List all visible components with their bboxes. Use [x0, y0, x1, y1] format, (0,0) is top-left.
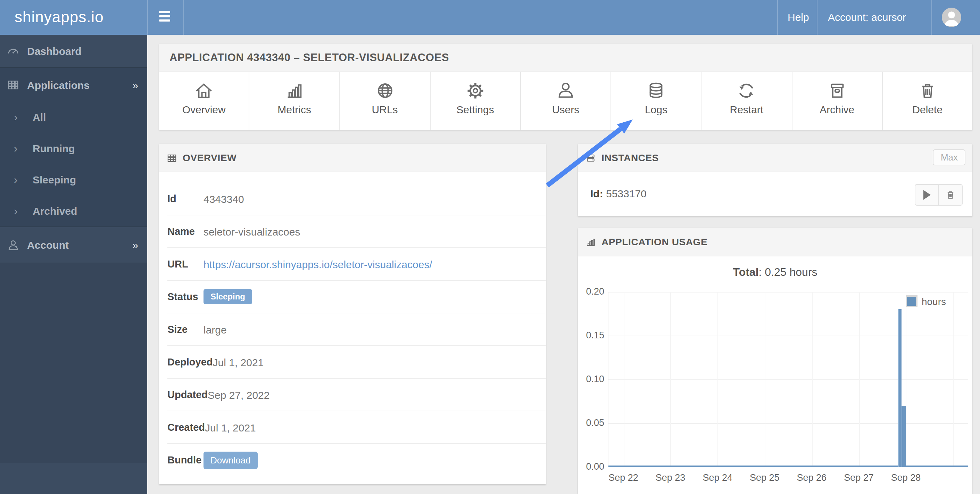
- sidebar-subitem-label: Archived: [33, 205, 77, 217]
- sidebar-item-archived[interactable]: › Archived: [0, 195, 147, 226]
- overview-value: Sep 27, 2022: [208, 389, 270, 400]
- overview-label: Bundle: [167, 454, 204, 465]
- y-axis-tick-label: 0.00: [576, 461, 604, 472]
- person-icon: [6, 238, 20, 252]
- toolbar-item-urls[interactable]: URLs: [340, 72, 430, 130]
- sidebar-subitem-label: All: [33, 111, 46, 123]
- gridline-v: [859, 292, 859, 467]
- database-icon: [645, 80, 667, 102]
- download-bundle-button[interactable]: Download: [204, 451, 258, 469]
- overview-label: Size: [167, 324, 204, 335]
- toolbar-item-overview[interactable]: Overview: [159, 72, 249, 130]
- usage-bar: [902, 406, 905, 467]
- gridline-v: [765, 292, 765, 467]
- trash-icon: [945, 189, 956, 201]
- delete-instance-button[interactable]: [938, 185, 962, 205]
- overview-row-updated: UpdatedSep 27, 2022: [167, 378, 546, 411]
- usage-panel-header: APPLICATION USAGE: [578, 228, 972, 257]
- gear-icon: [465, 80, 486, 102]
- navbar-divider: [817, 0, 818, 35]
- gauge-icon: [6, 44, 20, 58]
- house-icon: [193, 80, 215, 102]
- overview-row-id: Id4343340: [167, 183, 546, 215]
- grid-icon: [6, 78, 20, 92]
- y-axis-tick-label: 0.20: [576, 286, 604, 297]
- usage-total: Total: 0.25 hours: [578, 266, 972, 279]
- sidebar-item-running[interactable]: › Running: [0, 133, 147, 164]
- gridline-v: [906, 292, 907, 467]
- instances-panel-header: INSTANCES Max: [578, 144, 972, 172]
- grid-icon: [166, 152, 178, 164]
- toolbar-item-label: Settings: [456, 104, 494, 115]
- user-icon: [555, 80, 576, 102]
- bar-chart-icon: [585, 236, 597, 248]
- account-menu[interactable]: Account: acursor: [828, 0, 906, 35]
- page-title: APPLICATION 4343340 – SELETOR-VISUALIZAC…: [169, 51, 449, 64]
- overview-row-created: CreatedJul 1, 2021: [167, 411, 546, 443]
- chart-legend[interactable]: hours: [906, 295, 946, 307]
- toolbar-item-label: Logs: [645, 104, 667, 115]
- toolbar-item-label: Overview: [182, 104, 226, 115]
- user-avatar[interactable]: [942, 8, 961, 27]
- toolbar-item-delete[interactable]: Delete: [883, 72, 972, 130]
- top-navbar: shinyapps.io Help Account: acursor: [0, 0, 980, 35]
- overview-value: 4343340: [204, 193, 244, 205]
- sidebar-subitem-label: Running: [33, 142, 75, 154]
- brand-logo[interactable]: shinyapps.io: [14, 0, 104, 35]
- usage-bar: [898, 309, 902, 467]
- status-badge: Sleeping: [204, 289, 252, 304]
- toolbar-item-label: Metrics: [277, 104, 311, 115]
- help-link[interactable]: Help: [788, 0, 809, 35]
- app-url-link[interactable]: https://acursor.shinyapps.io/seletor-vis…: [204, 258, 432, 270]
- globe-icon: [374, 80, 396, 102]
- y-axis-tick-label: 0.15: [576, 330, 604, 341]
- sidebar-item-sleeping[interactable]: › Sleeping: [0, 164, 147, 195]
- instance-id: Id: 5533170: [590, 188, 647, 199]
- sidebar-item-applications[interactable]: Applications »: [0, 68, 147, 102]
- usage-panel-title: APPLICATION USAGE: [601, 236, 707, 247]
- sidebar-item-label: Dashboard: [27, 45, 82, 57]
- gridline-h: [608, 292, 968, 293]
- toolbar-item-metrics[interactable]: Metrics: [249, 72, 340, 130]
- restart-icon: [736, 80, 757, 102]
- sidebar-item-label: Account: [27, 239, 69, 251]
- max-button[interactable]: Max: [933, 150, 966, 165]
- overview-value: seletor-visualizacoes: [204, 225, 300, 237]
- sidebar-item-dashboard[interactable]: Dashboard: [0, 35, 147, 68]
- start-instance-button[interactable]: [915, 185, 938, 205]
- x-axis-tick-label: Sep 26: [789, 472, 834, 483]
- toolbar-item-settings[interactable]: Settings: [430, 72, 520, 130]
- overview-label: Deployed: [167, 357, 213, 368]
- sidebar-item-all[interactable]: › All: [0, 102, 147, 133]
- toolbar-item-logs[interactable]: Logs: [611, 72, 702, 130]
- gridline-v: [624, 292, 624, 467]
- overview-row-deployed: DeployedJul 1, 2021: [167, 345, 546, 378]
- play-icon: [922, 190, 931, 200]
- overview-row-status: StatusSleeping: [167, 280, 546, 313]
- sidebar-nav: Dashboard Applications » › All › Running…: [0, 35, 147, 494]
- hamburger-menu-icon[interactable]: [159, 11, 172, 24]
- toolbar-item-archive[interactable]: Archive: [792, 72, 882, 130]
- toolbar-item-users[interactable]: Users: [521, 72, 611, 130]
- sidebar-item-account[interactable]: Account»: [0, 227, 147, 263]
- navbar-divider: [931, 0, 932, 35]
- page-title-bar: APPLICATION 4343340 – SELETOR-VISUALIZAC…: [159, 44, 972, 72]
- chevron-right-icon: ›: [14, 205, 18, 217]
- gridline-v: [953, 292, 954, 467]
- toolbar-item-label: Users: [552, 104, 579, 115]
- usage-bar-chart: 0.000.050.100.150.20Sep 22Sep 23Sep 24Se…: [608, 292, 968, 467]
- x-axis-tick-label: Sep 22: [601, 472, 646, 483]
- gridline-h: [608, 423, 968, 424]
- navbar-divider: [777, 0, 778, 35]
- chevron-right-icon: ›: [14, 142, 18, 155]
- overview-row-size: Sizelarge: [167, 313, 546, 345]
- toolbar-item-label: Restart: [730, 104, 763, 115]
- server-icon: [585, 152, 597, 164]
- sidebar-section-applications: Applications » › All › Running › Sleepin…: [0, 68, 147, 227]
- toolbar-item-restart[interactable]: Restart: [702, 72, 792, 130]
- instance-actions: [915, 184, 963, 206]
- usage-chart-area: Total: 0.25 hours 0.000.050.100.150.20Se…: [578, 257, 972, 494]
- gridline-v: [811, 292, 812, 467]
- toolbar-item-label: URLs: [372, 104, 398, 115]
- overview-row-bundle: BundleDownload: [167, 443, 546, 476]
